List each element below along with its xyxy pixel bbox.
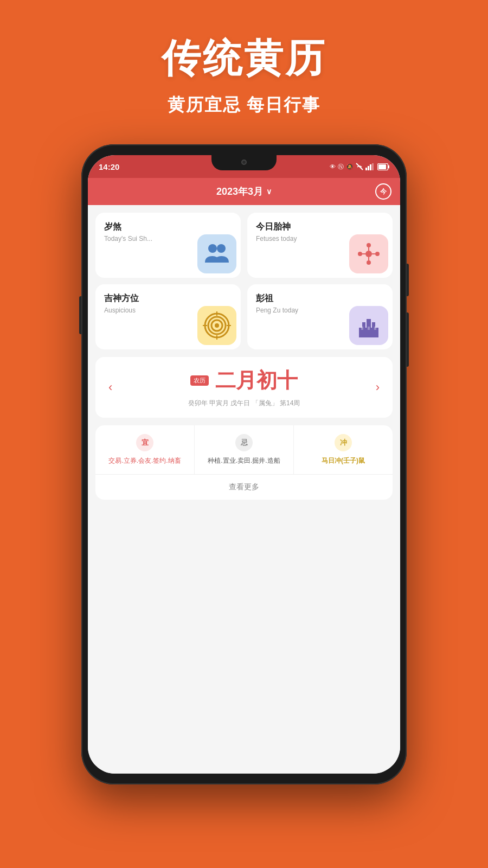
svg-rect-31 xyxy=(361,327,363,330)
sui-sha-card[interactable]: 岁煞 Today's Sui Sh... xyxy=(95,213,241,278)
main-title: 传统黄历 xyxy=(162,33,326,85)
fetus-card[interactable]: 今日胎神 Fetuses today xyxy=(247,213,393,278)
eye-icon: 👁 xyxy=(330,163,336,170)
chong-activity[interactable]: 冲 马日冲(壬子)鼠 xyxy=(294,425,393,474)
phone-screen: 14:20 👁 Ⓝ 🔕 xyxy=(88,155,400,774)
sui-sha-title: 岁煞 xyxy=(104,221,232,233)
svg-point-12 xyxy=(367,260,371,265)
svg-rect-33 xyxy=(374,327,376,330)
activities-row: 宜 交易.立券.会友.签约.纳畜 忌 种植.置业.卖田.掘井.造船 冲 马日冲(… xyxy=(95,425,393,475)
svg-point-11 xyxy=(367,243,371,247)
svg-line-0 xyxy=(356,163,363,170)
svg-point-9 xyxy=(217,244,226,253)
lunar-tag: 农历 xyxy=(190,375,209,386)
app-content: 岁煞 Today's Sui Sh... 今日胎神 xyxy=(88,205,400,774)
svg-rect-6 xyxy=(388,165,389,168)
lunar-main-date: 二月初十 xyxy=(215,369,298,392)
status-time: 14:20 xyxy=(99,162,119,171)
auspicious-card[interactable]: 吉神方位 Auspicious xyxy=(95,284,241,349)
lunar-date-card: ‹ 农历 二月初十 癸卯年 甲寅月 戊午日 「属兔」 第14周 › xyxy=(95,357,393,418)
ji-badge: 忌 xyxy=(235,434,253,451)
auspicious-title: 吉神方位 xyxy=(104,293,232,304)
svg-point-22 xyxy=(215,323,219,328)
svg-rect-7 xyxy=(378,164,386,169)
month-title: 2023年3月 xyxy=(216,185,263,198)
chong-text: 马日冲(壬子)鼠 xyxy=(300,456,386,465)
svg-rect-4 xyxy=(372,163,374,170)
factory-icon xyxy=(349,306,388,345)
phone-mockup: 14:20 👁 Ⓝ 🔕 xyxy=(81,144,407,784)
ji-text: 种植.置业.卖田.掘井.造船 xyxy=(201,456,287,465)
svg-point-13 xyxy=(358,252,362,256)
svg-point-14 xyxy=(375,252,380,256)
svg-rect-1 xyxy=(365,168,367,170)
nfc-icon: Ⓝ xyxy=(338,163,344,171)
sub-title: 黄历宜忌 每日行事 xyxy=(162,93,326,117)
page-header: 传统黄历 黄历宜忌 每日行事 xyxy=(162,0,326,117)
pengzu-title: 彭祖 xyxy=(256,293,384,304)
sui-sha-icon xyxy=(197,234,236,273)
today-button[interactable]: 今 xyxy=(375,183,391,200)
next-day-button[interactable]: › xyxy=(374,380,382,394)
battery-icon xyxy=(377,163,389,170)
camera xyxy=(241,159,247,165)
signal-icon xyxy=(365,163,375,170)
lunar-detail: 癸卯年 甲寅月 戊午日 「属兔」 第14周 xyxy=(121,399,367,408)
view-more-button[interactable]: 查看更多 xyxy=(95,475,393,500)
fetus-icon xyxy=(349,234,388,273)
yi-badge: 宜 xyxy=(136,434,153,451)
cards-grid: 岁煞 Today's Sui Sh... 今日胎神 xyxy=(95,213,393,349)
activities-card: 宜 交易.立券.会友.签约.纳畜 忌 种植.置业.卖田.掘井.造船 冲 马日冲(… xyxy=(95,425,393,500)
header-title-group[interactable]: 2023年3月 ∨ xyxy=(216,185,272,198)
pengzu-card[interactable]: 彭祖 Peng Zu today xyxy=(247,284,393,349)
app-header: 2023年3月 ∨ 今 xyxy=(88,178,400,205)
ji-activity[interactable]: 忌 种植.置业.卖田.掘井.造船 xyxy=(195,425,294,474)
alarm-icon: 🔕 xyxy=(346,163,354,170)
wifi-off-icon xyxy=(356,163,363,170)
svg-rect-32 xyxy=(368,327,370,330)
lunar-content: 农历 二月初十 癸卯年 甲寅月 戊午日 「属兔」 第14周 xyxy=(121,367,367,408)
prev-day-button[interactable]: ‹ xyxy=(106,380,114,394)
chong-badge: 冲 xyxy=(335,434,352,451)
phone-notch xyxy=(211,155,277,170)
phone-frame: 14:20 👁 Ⓝ 🔕 xyxy=(81,144,407,784)
svg-point-10 xyxy=(365,251,372,257)
svg-rect-3 xyxy=(370,164,371,170)
chevron-down-icon: ∨ xyxy=(266,187,272,196)
svg-rect-2 xyxy=(368,166,369,170)
svg-rect-29 xyxy=(367,319,371,328)
svg-point-8 xyxy=(208,244,217,253)
yi-activity[interactable]: 宜 交易.立券.会友.签约.纳畜 xyxy=(95,425,195,474)
fetus-title: 今日胎神 xyxy=(256,221,384,233)
status-icons: 👁 Ⓝ 🔕 xyxy=(330,163,389,171)
target-icon xyxy=(197,306,236,345)
yi-text: 交易.立券.会友.签约.纳畜 xyxy=(102,456,188,465)
